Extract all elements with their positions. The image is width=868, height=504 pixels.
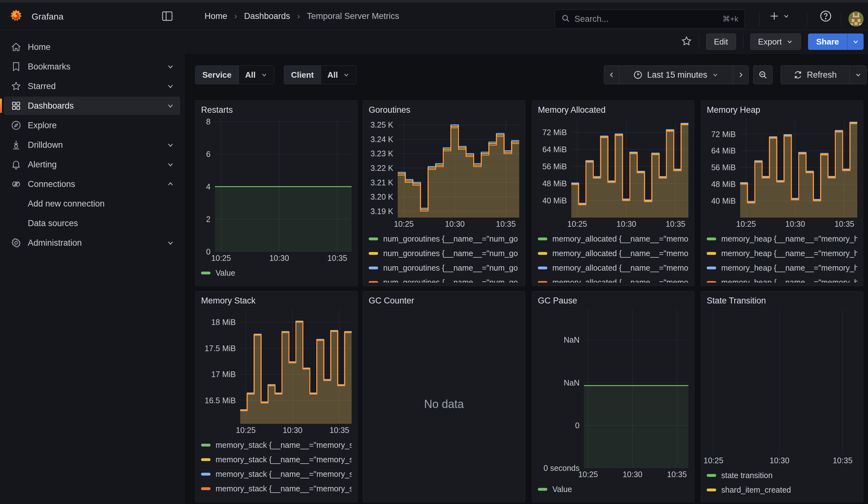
legend-item[interactable]: memory_stack {__name__="memory_s xyxy=(201,481,352,496)
legend-item[interactable]: num_goroutines {__name__="num_go xyxy=(369,232,519,246)
plot-area xyxy=(740,119,857,218)
chevron-down-icon[interactable] xyxy=(166,161,175,169)
service-variable-dropdown[interactable]: Service All xyxy=(195,65,274,84)
legend-item[interactable]: memory_allocated {__name__="memo xyxy=(538,260,689,275)
plot-area xyxy=(571,119,689,218)
edit-button[interactable]: Edit xyxy=(706,33,736,50)
legend-item[interactable]: memory_allocated {__name__="memo xyxy=(538,246,689,260)
sidebar-item-home[interactable]: Home xyxy=(4,38,180,56)
legend-item[interactable]: memory_stack {__name__="memory_s xyxy=(201,452,352,467)
x-tick-label: 10:30 xyxy=(623,470,643,479)
sidebar-item-chevron[interactable] xyxy=(166,180,175,188)
legend-item[interactable]: memory_heap {__name__="memory_h xyxy=(707,246,857,260)
chevron-down-icon[interactable] xyxy=(166,102,175,110)
time-range-picker[interactable]: Last 15 minutes xyxy=(619,65,733,84)
chevron-down-icon[interactable] xyxy=(166,82,175,90)
panel-title[interactable]: State Transition xyxy=(707,296,857,309)
brand[interactable]: Grafana xyxy=(9,9,63,25)
help-icon[interactable] xyxy=(819,2,832,30)
refresh-interval-button[interactable] xyxy=(850,65,867,84)
chevron-down-icon xyxy=(783,13,790,20)
sidebar-item-chevron[interactable] xyxy=(166,141,175,149)
y-tick-label: 64 MiB xyxy=(711,146,736,155)
app-header: Grafana Home›Dashboards›Temporal Server … xyxy=(0,2,868,30)
chevron-down-icon xyxy=(852,38,859,45)
sidebar-item-bookmarks[interactable]: Bookmarks xyxy=(4,58,180,76)
chevron-up-icon[interactable] xyxy=(166,180,175,188)
sidebar-item-connections[interactable]: Connections xyxy=(4,175,180,193)
search-shortcut: ⌘+k xyxy=(723,14,738,23)
panel-title[interactable]: Goroutines xyxy=(369,105,519,119)
search-input[interactable] xyxy=(575,14,718,24)
legend-item[interactable]: shard_item_created xyxy=(707,483,857,497)
panel-title[interactable]: Restarts xyxy=(201,105,352,119)
refresh-label: Refresh xyxy=(807,70,837,80)
panel-title[interactable]: Memory Allocated xyxy=(538,105,689,119)
legend-item[interactable]: num_goroutines {__name__="num_go xyxy=(369,246,519,260)
avatar[interactable] xyxy=(848,11,864,27)
legend-item[interactable]: memory_stack {__name__="memory_s xyxy=(201,467,352,481)
legend-item[interactable]: memory_heap {__name__="memory_h xyxy=(707,232,857,246)
chart-svg xyxy=(711,309,857,454)
legend-item[interactable]: memory_allocated {__name__="memo xyxy=(538,275,689,282)
sidebar-item-chevron[interactable] xyxy=(166,239,175,247)
sidebar-item-data-sources[interactable]: Data sources xyxy=(4,214,180,233)
legend-item[interactable]: num_goroutines {__name__="num_go xyxy=(369,275,519,282)
sidebar-toggle-icon[interactable] xyxy=(162,11,173,21)
legend-label: num_goroutines {__name__="num_go xyxy=(383,249,518,258)
sidebar-item-label: Connections xyxy=(28,179,75,189)
y-tick-label: 3.20 K xyxy=(371,192,393,202)
restarts-chart: 86420 10:2510:3010:35 Value xyxy=(201,119,352,282)
legend-swatch xyxy=(707,252,716,255)
panel-title[interactable]: GC Counter xyxy=(369,296,519,309)
sidebar-item-explore[interactable]: Explore xyxy=(4,116,180,134)
refresh-button[interactable]: Refresh xyxy=(781,65,850,84)
search-box[interactable]: ⌘+k xyxy=(555,10,745,28)
breadcrumb-separator: › xyxy=(234,11,237,21)
panel-title[interactable]: GC Pause xyxy=(538,296,689,309)
legend: memory_stack {__name__="memory_s memory_… xyxy=(201,436,352,499)
star-icon[interactable] xyxy=(681,36,692,48)
legend-item[interactable]: Value xyxy=(201,266,352,280)
add-button[interactable] xyxy=(769,2,790,30)
time-shift-forward-button[interactable] xyxy=(733,65,749,84)
time-shift-back-button[interactable] xyxy=(604,65,619,84)
panel-title[interactable]: Memory Stack xyxy=(201,296,352,309)
sidebar-item-label: Drilldown xyxy=(28,140,63,150)
sidebar-item-chevron[interactable] xyxy=(166,161,175,169)
goroutines-chart: 3.25 K3.24 K3.23 K3.22 K3.21 K3.20 K3.19… xyxy=(369,119,519,282)
chevron-down-icon[interactable] xyxy=(166,141,175,149)
legend-swatch xyxy=(201,271,210,275)
export-button[interactable]: Export xyxy=(750,33,801,50)
legend-item[interactable]: memory_heap {__name__="memory_h xyxy=(707,275,857,282)
legend-item[interactable]: memory_stack {__name__="memory_s xyxy=(201,438,352,452)
legend-item[interactable]: num_goroutines {__name__="num_go xyxy=(369,260,519,275)
legend-item[interactable]: state transition xyxy=(707,468,857,483)
chevron-down-icon[interactable] xyxy=(166,239,175,247)
sidebar-item-alerting[interactable]: Alerting xyxy=(4,155,180,174)
breadcrumb-item[interactable]: Dashboards xyxy=(244,11,290,21)
sidebar-item-chevron[interactable] xyxy=(166,102,175,110)
sidebar-item-chevron[interactable] xyxy=(166,82,175,90)
legend-item[interactable]: memory_allocated {__name__="memo xyxy=(538,232,689,246)
sidebar-item-chevron[interactable] xyxy=(166,63,175,71)
legend-item[interactable]: memory_heap {__name__="memory_h xyxy=(707,260,857,275)
share-button-group[interactable]: Share xyxy=(808,33,864,50)
sidebar-item-dashboards[interactable]: Dashboards xyxy=(4,96,180,115)
panel-title[interactable]: Memory Heap xyxy=(707,105,857,119)
share-menu-button[interactable] xyxy=(847,33,864,50)
share-button[interactable]: Share xyxy=(808,33,847,50)
x-tick-label: 10:30 xyxy=(617,219,636,229)
sidebar-item-add-new-connection[interactable]: Add new connection xyxy=(4,195,180,213)
legend-item[interactable]: Value xyxy=(538,482,689,496)
chevron-down-icon[interactable] xyxy=(166,63,175,71)
sidebar-item-administration[interactable]: Administration xyxy=(4,234,180,252)
client-variable-label: Client xyxy=(284,66,321,84)
time-controls: Last 15 minutes xyxy=(604,65,867,84)
sidebar-item-drilldown[interactable]: Drilldown xyxy=(4,136,180,154)
client-variable-dropdown[interactable]: Client All xyxy=(284,65,356,84)
breadcrumb-item[interactable]: Home xyxy=(205,11,227,21)
clock-icon xyxy=(633,70,643,80)
zoom-out-button[interactable] xyxy=(753,65,773,84)
sidebar-item-starred[interactable]: Starred xyxy=(4,77,180,95)
